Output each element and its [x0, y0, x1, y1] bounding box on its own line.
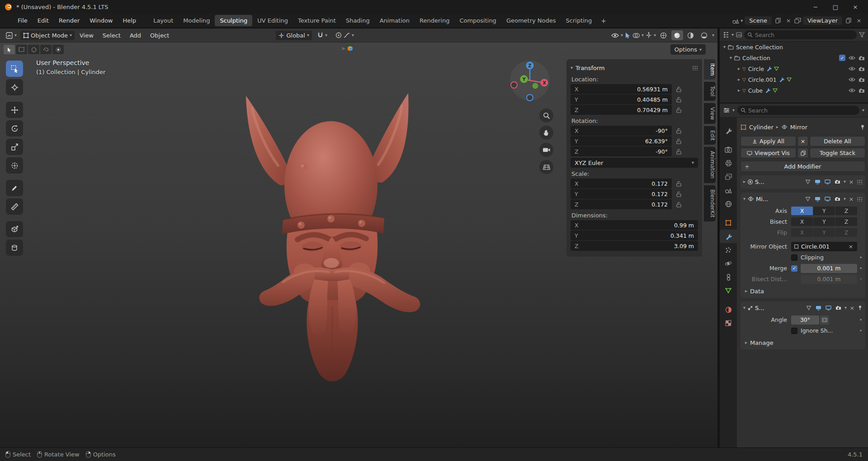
modifier-extras-icon[interactable]: ▾ — [844, 179, 846, 184]
workspace-tab-scripting[interactable]: Scripting — [561, 15, 597, 26]
viewport-display-toggle-icon[interactable] — [824, 178, 832, 186]
mode-selector[interactable]: Object Mode ▾ — [20, 31, 75, 40]
viewport-menu-object[interactable]: Object — [146, 30, 173, 41]
transform-panel-header[interactable]: ▾ Transform — [571, 62, 698, 73]
hide-viewport-eye-icon[interactable] — [849, 88, 855, 93]
outliner-row-circle-001[interactable]: ▸ ▽ Circle.001 — [720, 74, 868, 85]
dimensions-y-field[interactable]: Y0.341 m — [571, 230, 698, 240]
scene-dropdown-icon[interactable]: ▾ — [741, 19, 743, 23]
menu-edit[interactable]: Edit — [33, 15, 54, 26]
panel-drag-handle[interactable] — [692, 66, 698, 71]
decorator-dot[interactable]: • — [857, 328, 864, 334]
dimensions-x-field[interactable]: X0.99 m — [571, 220, 698, 230]
axis-z-button[interactable]: Z — [835, 207, 857, 215]
hide-viewport-eye-icon[interactable] — [849, 66, 855, 71]
bisect-y-button[interactable]: Y — [813, 217, 835, 226]
breadcrumb-object[interactable]: Cylinder — [749, 124, 774, 131]
delete-all-button[interactable]: Delete All — [810, 136, 865, 146]
render-toggle-icon[interactable] — [835, 304, 843, 312]
edit-mode-toggle-icon[interactable] — [804, 195, 812, 203]
menu-help[interactable]: Help — [118, 15, 142, 26]
visibility-dropdown-icon[interactable]: ▾ — [621, 33, 623, 38]
bisect-distance-field[interactable]: 0.001 m — [801, 275, 857, 284]
tab-texture[interactable] — [720, 316, 737, 330]
expand-icon[interactable]: ▸ — [743, 179, 745, 184]
tab-particles[interactable] — [720, 243, 737, 257]
viewport-menu-add[interactable]: Add — [126, 30, 145, 41]
flip-z-button[interactable]: Z — [835, 228, 857, 237]
maximize-button[interactable]: □ — [826, 0, 845, 13]
modifier-header[interactable]: ▸ S... ▾ × — [741, 175, 865, 188]
sidebar-tab-item[interactable]: Item — [704, 59, 716, 80]
workspace-tab-texture-paint[interactable]: Texture Paint — [293, 15, 341, 26]
shading-material-button[interactable] — [685, 30, 697, 40]
manage-subpanel-header[interactable]: ▸ Manage — [745, 338, 865, 348]
modifier-name[interactable]: S... — [755, 179, 764, 185]
stack-button[interactable] — [797, 148, 808, 158]
bisect-x-button[interactable]: X — [791, 217, 813, 226]
data-subpanel-header[interactable]: ▸ Data — [745, 286, 865, 296]
sidebar-tab-blenderkit[interactable]: BlenderKit — [704, 185, 716, 221]
expand-icon[interactable]: ▾ — [723, 45, 726, 49]
scene-unlink-icon[interactable]: × — [784, 16, 793, 25]
expand-icon[interactable]: ▾ — [743, 197, 745, 201]
shading-solid-button[interactable] — [671, 30, 683, 40]
rotation-y-field[interactable]: Y62.639° — [571, 136, 672, 146]
location-y-field[interactable]: Y0.40485 m — [571, 94, 672, 104]
clipping-checkbox[interactable] — [791, 254, 797, 261]
overlays-icon[interactable] — [632, 33, 640, 38]
ortho-grid-icon[interactable] — [539, 160, 553, 174]
scene-copy-icon[interactable] — [774, 16, 783, 25]
tab-world[interactable] — [720, 197, 737, 211]
gizmo-z-label[interactable]: Z — [528, 63, 531, 68]
workspace-tab-modeling[interactable]: Modeling — [178, 15, 215, 26]
decorator-dot[interactable]: • — [857, 265, 864, 272]
viewlayer-icon[interactable] — [794, 18, 801, 24]
outliner-type-dropdown-icon[interactable]: ▾ — [731, 33, 734, 37]
lock-icon[interactable] — [676, 191, 681, 197]
pan-hand-icon[interactable] — [539, 126, 553, 140]
lock-icon[interactable] — [676, 202, 681, 207]
workspace-tab-geometry-nodes[interactable]: Geometry Nodes — [501, 15, 561, 26]
scale-x-field[interactable]: X0.172 — [571, 179, 672, 188]
outliner-row-collection[interactable]: ▾ Collection ✓ — [720, 52, 868, 63]
flip-x-button[interactable]: X — [791, 228, 813, 237]
expand-icon[interactable]: ▸ — [738, 88, 740, 93]
tool-scale[interactable] — [6, 139, 23, 155]
add-modifier-button[interactable]: + Add Modifier — [741, 161, 865, 172]
lock-icon[interactable] — [676, 181, 681, 187]
menu-render[interactable]: Render — [54, 15, 85, 26]
outliner-display-mode-icon[interactable] — [736, 32, 742, 38]
lock-icon[interactable] — [676, 138, 681, 144]
viewlayer-copy-icon[interactable] — [844, 16, 853, 25]
gizmo-x-label[interactable]: X — [542, 80, 546, 85]
tool-cursor[interactable] — [6, 79, 23, 95]
sidebar-tab-tool[interactable]: Tool — [704, 82, 716, 100]
properties-type-dropdown-icon[interactable]: ▾ — [732, 108, 735, 113]
overlays-dropdown-icon[interactable]: ▾ — [642, 33, 644, 38]
disable-render-camera-icon[interactable] — [859, 88, 865, 93]
outliner-row-circle[interactable]: ▸ ▽ Circle — [720, 63, 868, 74]
viewport-menu-select[interactable]: Select — [99, 30, 125, 41]
workspace-tab-animation[interactable]: Animation — [375, 15, 415, 26]
angle-field[interactable]: 30° — [791, 315, 819, 325]
expand-icon[interactable]: ▸ — [738, 77, 740, 82]
tab-scene[interactable] — [720, 183, 737, 197]
zoom-tool-icon[interactable] — [539, 108, 553, 122]
gizmo-y-label[interactable]: Y — [522, 77, 526, 82]
collection-checkbox[interactable]: ✓ — [839, 55, 845, 61]
disable-render-camera-icon[interactable] — [859, 77, 865, 82]
breadcrumb-modifier[interactable]: Mirror — [790, 124, 807, 131]
render-toggle-icon[interactable] — [834, 178, 842, 186]
scale-z-field[interactable]: Z0.172 — [571, 199, 672, 209]
tab-tool[interactable] — [720, 124, 737, 137]
tool-add-cube[interactable] — [6, 221, 23, 237]
modifier-extras-icon[interactable]: ▾ — [844, 306, 847, 310]
tool-measure[interactable] — [6, 198, 23, 215]
workspace-tab-rendering[interactable]: Rendering — [415, 15, 454, 26]
properties-options-icon[interactable]: ▾ — [862, 108, 864, 113]
tab-material[interactable] — [720, 303, 737, 316]
properties-editor-icon[interactable] — [723, 107, 730, 113]
expand-icon[interactable]: ▾ — [743, 306, 745, 310]
viking-head-model[interactable] — [235, 89, 429, 397]
